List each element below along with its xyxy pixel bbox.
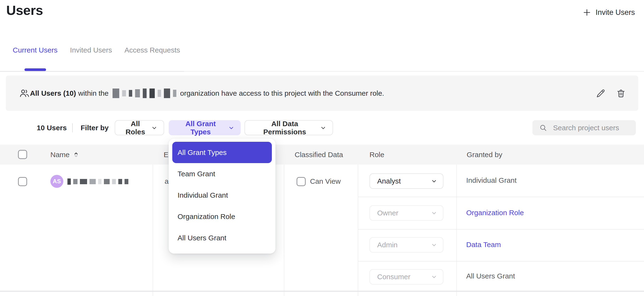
role-select-analyst[interactable]: Analyst [370, 174, 444, 189]
grant-row-divider [358, 197, 644, 197]
search-box[interactable] [532, 120, 636, 135]
can-view-label: Can View [310, 177, 341, 186]
column-divider [152, 164, 153, 296]
granted-by-all-users-grant: All Users Grant [466, 272, 515, 280]
avatar: AS [50, 175, 63, 188]
invite-users-label: Invite Users [596, 8, 635, 17]
tab-current-users[interactable]: Current Users [13, 46, 58, 54]
role-select-consumer: Consumer [370, 269, 444, 284]
filter-bar: 10 Users Filter by All Roles All Grant T… [0, 120, 644, 135]
banner-actions [596, 88, 626, 98]
row-divider [0, 291, 644, 292]
active-tab-indicator [24, 68, 46, 71]
granted-by-organization-role-link[interactable]: Organization Role [466, 209, 524, 217]
role-select-label: Admin [377, 241, 398, 249]
classified-data-column-label: Classified Data [295, 145, 343, 164]
tab-invited-users[interactable]: Invited Users [70, 46, 112, 54]
email-cell: a [164, 177, 169, 186]
chevron-down-icon [431, 210, 437, 216]
plus-icon [582, 8, 591, 17]
table-body: AS a Can View Analyst Owner Admin Consum… [0, 164, 644, 296]
name-column-label: Name [50, 145, 70, 164]
email-column-label: E [164, 145, 168, 164]
dropdown-item-individual-grant[interactable]: Individual Grant [169, 184, 276, 206]
avatar-initials: AS [53, 178, 61, 185]
column-divider [358, 164, 358, 296]
role-select-label: Owner [377, 209, 398, 217]
grant-types-dropdown: All Grant Types Team Grant Individual Gr… [169, 139, 276, 254]
column-divider [284, 164, 284, 296]
chevron-down-icon [228, 125, 234, 131]
filter-divider [72, 123, 73, 132]
tab-access-requests[interactable]: Access Requests [124, 46, 180, 54]
search-input[interactable] [552, 124, 633, 132]
user-count: 10 Users [37, 120, 67, 135]
role-select-admin: Admin [370, 237, 444, 252]
row-checkbox[interactable] [18, 177, 27, 186]
granted-by-individual-grant: Individual Grant [466, 176, 516, 184]
chevron-down-icon [320, 125, 326, 131]
banner-text-before: within the [78, 89, 109, 98]
grant-row-divider [358, 229, 644, 230]
can-view-checkbox[interactable] [296, 177, 306, 186]
tabs-divider [0, 71, 644, 72]
banner-text-after: organization have access to this project… [180, 89, 384, 98]
granted-by-data-team-link[interactable]: Data Team [466, 240, 501, 249]
redacted-user-name [68, 176, 128, 187]
role-select-label: Analyst [377, 177, 401, 185]
name-column-header[interactable]: Name [50, 145, 80, 164]
tab-bar: Current Users Invited Users Access Reque… [13, 46, 180, 54]
search-icon [539, 124, 547, 132]
all-data-permissions-label: All Data Permissions [253, 120, 316, 136]
chevron-down-icon [431, 242, 437, 248]
edit-icon[interactable] [596, 88, 606, 98]
grant-row-divider [358, 261, 644, 262]
delete-icon[interactable] [616, 88, 626, 98]
dropdown-item-team-grant[interactable]: Team Grant [169, 163, 276, 184]
banner-bold-text: All Users (10) [30, 89, 76, 98]
banner-message: All Users (10) within the organization h… [30, 88, 384, 98]
role-select-owner: Owner [370, 205, 444, 221]
chevron-down-icon [431, 178, 437, 184]
granted-by-column-label: Granted by [467, 145, 502, 164]
all-roles-label: All Roles [123, 120, 147, 136]
role-column-label: Role [370, 145, 384, 164]
all-grant-types-label: All Grant Types [177, 120, 224, 136]
role-select-label: Consumer [377, 273, 410, 281]
filter-by-label: Filter by [80, 120, 109, 135]
dropdown-item-organization-role[interactable]: Organization Role [169, 206, 276, 227]
page-title: Users [6, 2, 43, 18]
select-all-checkbox[interactable] [18, 150, 27, 159]
users-group-icon [19, 88, 30, 99]
invite-users-button[interactable]: Invite Users [582, 8, 635, 17]
chevron-down-icon [431, 274, 437, 280]
all-users-banner: All Users (10) within the organization h… [6, 76, 638, 111]
column-divider [456, 164, 457, 296]
sort-icon [72, 151, 80, 159]
redacted-org-name [112, 88, 176, 98]
all-roles-filter[interactable]: All Roles [115, 120, 164, 135]
all-data-permissions-filter[interactable]: All Data Permissions [244, 120, 333, 135]
chevron-down-icon [151, 125, 158, 131]
dropdown-item-all-grant-types[interactable]: All Grant Types [172, 142, 272, 163]
table-header: Name E Classified Data Role Granted by [0, 145, 644, 164]
all-grant-types-filter[interactable]: All Grant Types [169, 120, 241, 135]
dropdown-item-all-users-grant[interactable]: All Users Grant [169, 227, 276, 248]
